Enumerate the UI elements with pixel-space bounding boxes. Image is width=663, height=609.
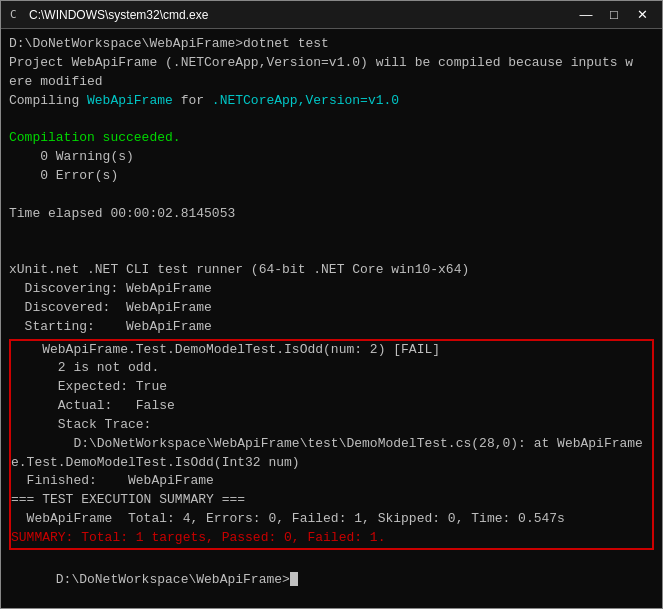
terminal-line: 0 Error(s)	[9, 167, 654, 186]
terminal-line: Expected: True	[11, 378, 652, 397]
terminal-line: Time elapsed 00:00:02.8145053	[9, 205, 654, 224]
terminal-line: Stack Trace:	[11, 416, 652, 435]
inline-text: .NETCoreApp,Version=v1.0	[212, 93, 399, 108]
terminal-line: D:\DoNetWorkspace\WebApiFrame>dotnet tes…	[9, 35, 654, 54]
terminal-line: ere modified	[9, 73, 654, 92]
error-highlight-box: WebApiFrame.Test.DemoModelTest.IsOdd(num…	[9, 339, 654, 550]
terminal-line: WebApiFrame Total: 4, Errors: 0, Failed:…	[11, 510, 652, 529]
terminal-line: Starting: WebApiFrame	[9, 318, 654, 337]
terminal-line: Discovering: WebApiFrame	[9, 280, 654, 299]
terminal-line: Compilation succeeded.	[9, 129, 654, 148]
title-bar: C C:\WINDOWS\system32\cmd.exe — □ ✕	[1, 1, 662, 29]
app-icon: C	[9, 6, 23, 24]
terminal-line	[9, 110, 654, 129]
minimize-button[interactable]: —	[574, 5, 598, 25]
terminal-content: D:\DoNetWorkspace\WebApiFrame>dotnet tes…	[1, 29, 662, 608]
terminal-line	[9, 242, 654, 261]
terminal-line: Actual: False	[11, 397, 652, 416]
terminal-line: xUnit.net .NET CLI test runner (64-bit .…	[9, 261, 654, 280]
window: C C:\WINDOWS\system32\cmd.exe — □ ✕ D:\D…	[0, 0, 663, 609]
terminal-line: 0 Warning(s)	[9, 148, 654, 167]
terminal-line	[9, 186, 654, 205]
maximize-button[interactable]: □	[602, 5, 626, 25]
terminal-line: D:\DoNetWorkspace\WebApiFrame\test\DemoM…	[11, 435, 652, 454]
close-button[interactable]: ✕	[630, 5, 654, 25]
terminal-line	[9, 223, 654, 242]
terminal-line: e.Test.DemoModelTest.IsOdd(Int32 num)	[11, 454, 652, 473]
terminal-line: Compiling WebApiFrame for .NETCoreApp,Ve…	[9, 92, 654, 111]
svg-text:C: C	[10, 8, 17, 20]
terminal-line-summary: SUMMARY: Total: 1 targets, Passed: 0, Fa…	[11, 529, 652, 548]
terminal-line: === TEST EXECUTION SUMMARY ===	[11, 491, 652, 510]
terminal-line: Finished: WebApiFrame	[11, 472, 652, 491]
terminal-line: Project WebApiFrame (.NETCoreApp,Version…	[9, 54, 654, 73]
window-controls: — □ ✕	[574, 5, 654, 25]
terminal-line: WebApiFrame.Test.DemoModelTest.IsOdd(num…	[11, 341, 652, 360]
cursor-blink	[290, 572, 298, 586]
terminal-line: Discovered: WebApiFrame	[9, 299, 654, 318]
inline-text: WebApiFrame	[87, 93, 173, 108]
terminal-line: 2 is not odd.	[11, 359, 652, 378]
terminal-prompt: D:\DoNetWorkspace\WebApiFrame>	[9, 552, 654, 608]
window-title: C:\WINDOWS\system32\cmd.exe	[29, 8, 574, 22]
